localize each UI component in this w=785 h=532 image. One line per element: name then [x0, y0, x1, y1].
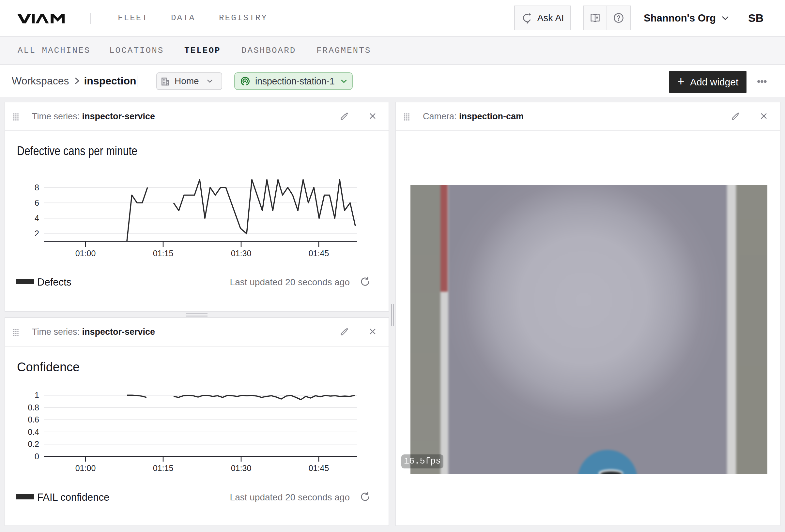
svg-text:01:30: 01:30: [231, 249, 252, 258]
svg-text:01:45: 01:45: [309, 463, 329, 473]
svg-text:0.4: 0.4: [28, 427, 39, 436]
svg-text:0.2: 0.2: [28, 440, 39, 449]
svg-text:01:00: 01:00: [75, 249, 96, 258]
svg-text:1: 1: [34, 391, 39, 400]
svg-text:01:30: 01:30: [231, 463, 252, 473]
svg-text:0.6: 0.6: [28, 415, 39, 424]
svg-text:8: 8: [34, 183, 39, 192]
svg-text:6: 6: [34, 198, 39, 207]
svg-text:01:15: 01:15: [153, 463, 174, 473]
svg-text:01:00: 01:00: [75, 463, 96, 473]
svg-text:2: 2: [34, 229, 39, 238]
svg-text:01:15: 01:15: [153, 249, 174, 258]
svg-text:0.8: 0.8: [28, 403, 39, 412]
svg-text:01:45: 01:45: [309, 249, 329, 258]
svg-text:0: 0: [34, 452, 39, 461]
svg-text:4: 4: [34, 214, 39, 223]
